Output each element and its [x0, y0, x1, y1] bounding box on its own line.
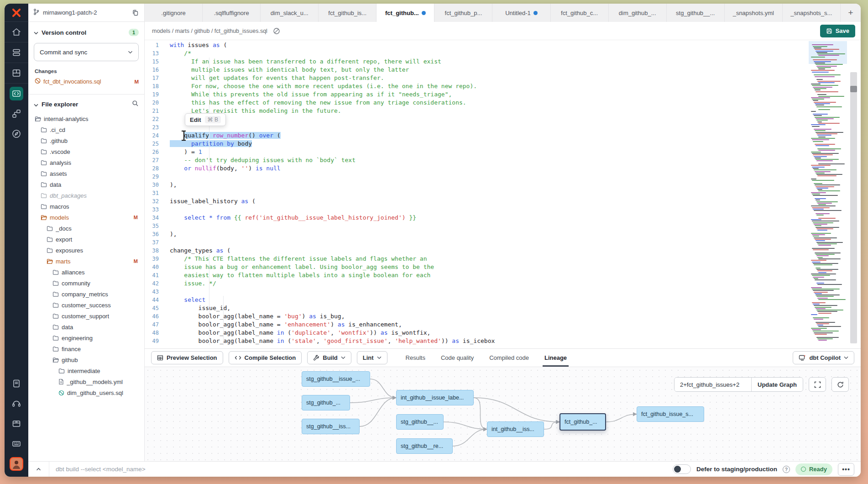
scrollbar-thumb[interactable]	[850, 86, 857, 92]
minimap-line	[816, 52, 827, 53]
file-tree-item[interactable]: customer_success	[28, 300, 144, 310]
more-options-button[interactable]: •••	[838, 463, 854, 476]
code-editor[interactable]: 1with issues as (13 /*15 If an issue has…	[145, 40, 861, 348]
editor-tab[interactable]: fct_github...	[376, 4, 434, 22]
file-tree-item[interactable]: exposures	[28, 245, 144, 256]
file-tree-item[interactable]: macros	[28, 201, 144, 212]
code-icon	[235, 355, 241, 360]
file-tree-item[interactable]: assets	[28, 168, 144, 179]
file-tree-item[interactable]: company_metrics	[28, 289, 144, 300]
rail-item-keyboard[interactable]	[5, 434, 28, 454]
editor-tab[interactable]: fct_github_is...	[319, 4, 376, 22]
file-tree-item[interactable]: .github	[28, 135, 144, 146]
file-tree-item[interactable]: intermediate	[28, 365, 144, 376]
file-tree-item[interactable]: internal-analytics	[28, 113, 144, 124]
update-graph-button[interactable]: Update Graph	[751, 378, 803, 391]
edit-tooltip[interactable]: Edit ⌘ B	[185, 113, 226, 126]
refresh-button[interactable]	[831, 377, 849, 392]
editor-tab[interactable]: _snapshots_s...	[783, 4, 841, 22]
panel-tab-results[interactable]: Results	[406, 349, 425, 367]
editor-tab[interactable]: dim_slack_u...	[261, 4, 319, 22]
editor-tab[interactable]: .gitignore	[145, 4, 203, 22]
preview-selection-button[interactable]: Preview Selection	[151, 351, 223, 364]
file-tree-item[interactable]: data	[28, 179, 144, 190]
file-tree-item[interactable]: customer_support	[28, 310, 144, 321]
collapse-panel-button[interactable]	[28, 462, 49, 477]
lineage-node[interactable]: stg_github__issue_...	[302, 371, 370, 387]
changed-file-row[interactable]: fct_dbt_invocations.sql M	[28, 76, 144, 88]
file-tree-item[interactable]: finance	[28, 343, 144, 354]
editor-tab[interactable]: fct_github_c...	[551, 4, 609, 22]
lineage-node[interactable]: int_github__issue_labe...	[396, 390, 474, 405]
lineage-node[interactable]: stg_github__...	[396, 414, 444, 430]
fullscreen-button[interactable]	[809, 377, 826, 392]
editor-tab[interactable]: fct_github_p...	[434, 4, 492, 22]
file-tree-item[interactable]: engineering	[28, 332, 144, 343]
lineage-node[interactable]: fct_github_...	[559, 413, 606, 431]
panel-tab-code-quality[interactable]: Code quality	[441, 349, 474, 367]
file-tree-item[interactable]: martsM	[28, 256, 144, 267]
file-tree-item[interactable]: export	[28, 234, 144, 245]
file-tree-item[interactable]: data	[28, 321, 144, 332]
file-tree-item[interactable]: .vscode	[28, 146, 144, 157]
rail-item-deploy[interactable]	[5, 42, 28, 63]
defer-toggle[interactable]	[673, 464, 691, 474]
minimap-line	[811, 233, 831, 234]
lineage-filter-input[interactable]	[675, 378, 751, 391]
file-tree-item[interactable]: _github__models.yml	[28, 376, 144, 387]
version-control-header[interactable]: Version control 1	[28, 22, 144, 40]
file-tree-item[interactable]: community	[28, 278, 144, 289]
lineage-node[interactable]: fct_github_issue_s...	[637, 406, 704, 422]
lineage-node[interactable]: stg_github__re...	[396, 438, 453, 454]
dbt-logo[interactable]	[5, 4, 28, 22]
file-explorer-header[interactable]: File explorer	[28, 95, 144, 112]
file-tree-item[interactable]: modelsM	[28, 212, 144, 223]
rail-item-notebook[interactable]	[5, 374, 28, 394]
user-avatar[interactable]	[5, 454, 28, 474]
change-indicator-icon[interactable]	[272, 26, 281, 36]
rail-item-orchestrate[interactable]	[5, 104, 28, 124]
rail-item-explore[interactable]	[5, 124, 28, 144]
code-line: 31	[145, 189, 861, 197]
notebook-icon	[10, 377, 23, 390]
editor-tab[interactable]: dim_github_...	[609, 4, 667, 22]
minimap[interactable]	[809, 41, 847, 347]
rail-item-dashboard[interactable]	[5, 63, 28, 83]
indent-guide	[223, 296, 224, 345]
panel-tab-compiled-code[interactable]: Compiled code	[489, 349, 529, 367]
build-button[interactable]: Build	[307, 351, 351, 364]
new-tab-button[interactable]: +	[841, 4, 861, 22]
file-tree-item[interactable]: github	[28, 354, 144, 365]
file-tree-item[interactable]: .ci_cd	[28, 124, 144, 135]
folder-icon	[41, 193, 47, 199]
editor-tab[interactable]: _snapshots.yml	[725, 4, 783, 22]
file-tree-item[interactable]: dbt_packages	[28, 190, 144, 201]
editor-tab[interactable]: stg_github__...	[667, 4, 725, 22]
lint-button[interactable]: Lint	[357, 351, 387, 364]
rail-item-develop[interactable]	[5, 84, 28, 104]
rail-item-home[interactable]	[5, 22, 28, 42]
dbt-command-input[interactable]	[49, 466, 673, 473]
rail-item-support[interactable]	[5, 394, 28, 414]
dbt-copilot-button[interactable]: dbt Copilot	[793, 351, 854, 364]
help-icon[interactable]: ?	[783, 466, 790, 473]
commit-and-sync-dropdown[interactable]: Commit and sync	[34, 43, 139, 61]
copy-branch-button[interactable]	[131, 8, 140, 17]
lineage-node[interactable]: stg_github__iss...	[302, 419, 360, 434]
code-line: 17 will get updates for events that happ…	[145, 74, 861, 82]
search-icon[interactable]	[132, 100, 139, 109]
panel-tab-lineage[interactable]: Lineage	[544, 349, 567, 367]
file-tree-item[interactable]: _docs	[28, 223, 144, 234]
lineage-node[interactable]: int_github__iss...	[487, 421, 544, 437]
minimap-line	[812, 85, 838, 86]
scrollbar-track[interactable]	[850, 72, 857, 343]
file-tree-item[interactable]: dim_github_users.sql	[28, 387, 144, 398]
rail-item-docs[interactable]	[5, 414, 28, 434]
save-button[interactable]: Save	[820, 25, 855, 37]
compile-selection-button[interactable]: Compile Selection	[229, 351, 302, 364]
file-tree-item[interactable]: alliances	[28, 267, 144, 278]
lineage-node[interactable]: stg_github_...	[302, 395, 350, 410]
editor-tab[interactable]: Untitled-1	[492, 4, 550, 22]
file-tree-item[interactable]: analysis	[28, 157, 144, 168]
editor-tab[interactable]: .sqlfluffignore	[203, 4, 261, 22]
